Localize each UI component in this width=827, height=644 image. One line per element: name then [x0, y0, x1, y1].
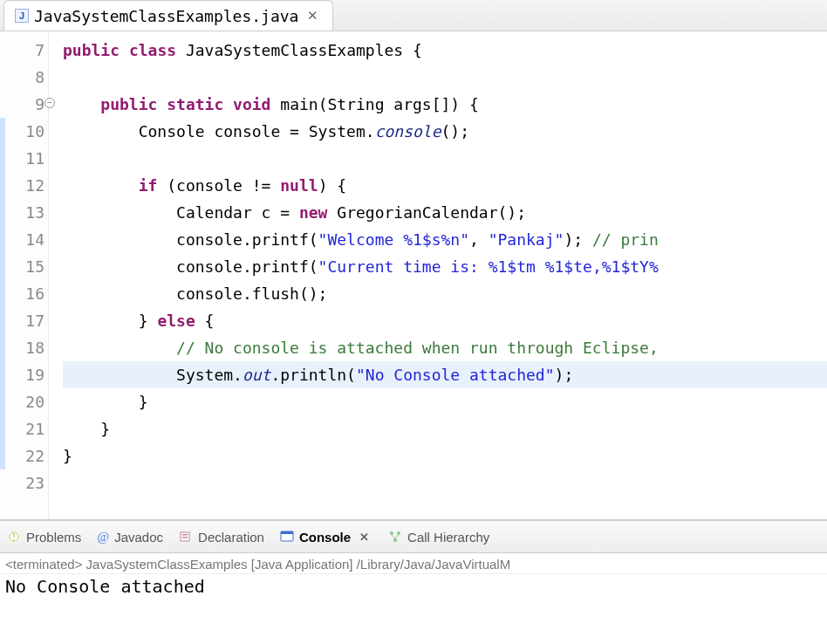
code-line[interactable]: System.out.println("No Console attached"… [63, 361, 827, 388]
line-number: 13 [0, 199, 44, 226]
svg-point-9 [393, 538, 397, 542]
tab-console[interactable]: Console ✕ [280, 530, 372, 545]
tab-call-hierarchy[interactable]: Call Hierarchy [388, 530, 489, 545]
code-line[interactable]: } [63, 415, 827, 442]
close-icon[interactable]: ✕ [356, 531, 372, 544]
tab-label: Call Hierarchy [407, 530, 489, 545]
code-line[interactable]: if (console != null) { [63, 172, 827, 199]
declaration-icon [179, 530, 193, 544]
javadoc-icon: @ [97, 530, 109, 545]
code-line[interactable]: } [63, 442, 827, 469]
java-file-icon: J [15, 9, 29, 23]
code-line[interactable]: Console console = System.console(); [63, 118, 827, 145]
line-number: 9− [0, 91, 44, 118]
line-number-gutter: 789−1011121314151617181920212223 [0, 31, 49, 519]
code-line[interactable]: console.printf("Current time is: %1$tm %… [63, 253, 827, 280]
svg-text:!: ! [13, 532, 16, 542]
line-number: 8 [0, 64, 44, 91]
line-number: 20 [0, 388, 44, 415]
line-number: 19 [0, 361, 44, 388]
line-number: 18 [0, 334, 44, 361]
code-line[interactable]: Calendar c = new GregorianCalendar(); [63, 199, 827, 226]
console-icon [280, 530, 294, 544]
code-line[interactable]: console.flush(); [63, 280, 827, 307]
bottom-views-tabbar: ! Problems @ Javadoc Declaration Console… [0, 520, 827, 553]
editor-tab-bar: J JavaSystemClassExamples.java ✕ [0, 0, 827, 31]
close-icon[interactable]: ✕ [304, 8, 322, 24]
editor-tab-filename: JavaSystemClassExamples.java [34, 7, 298, 25]
svg-point-7 [390, 531, 393, 535]
line-number: 7 [0, 37, 44, 64]
line-number: 22 [0, 442, 44, 469]
code-line[interactable]: console.printf("Welcome %1$s%n", "Pankaj… [63, 226, 827, 253]
code-line[interactable] [63, 469, 827, 497]
code-line[interactable] [63, 64, 827, 91]
line-number: 14 [0, 226, 44, 253]
code-line[interactable]: } [63, 388, 827, 415]
tab-label: Javadoc [114, 530, 163, 545]
line-number: 10 [0, 118, 44, 145]
code-line[interactable]: } else { [63, 307, 827, 334]
problems-icon: ! [7, 530, 21, 544]
tab-problems[interactable]: ! Problems [7, 530, 81, 545]
line-number: 12 [0, 172, 44, 199]
code-editor[interactable]: 789−1011121314151617181920212223 public … [0, 31, 827, 520]
code-line[interactable] [63, 145, 827, 172]
console-status-line: <terminated> JavaSystemClassExamples [Ja… [0, 553, 827, 574]
line-number: 17 [0, 307, 44, 334]
tab-label: Problems [26, 530, 81, 545]
line-number: 16 [0, 280, 44, 307]
editor-tab[interactable]: J JavaSystemClassExamples.java ✕ [3, 0, 333, 31]
call-hierarchy-icon [388, 530, 402, 544]
code-line[interactable]: public static void main(String args[]) { [63, 91, 827, 118]
line-number: 23 [0, 469, 44, 497]
line-number: 11 [0, 145, 44, 172]
line-number: 15 [0, 253, 44, 280]
code-area[interactable]: public class JavaSystemClassExamples { p… [49, 31, 827, 519]
code-line[interactable]: // No console is attached when run throu… [63, 334, 827, 361]
line-number: 21 [0, 415, 44, 442]
svg-rect-4 [182, 537, 188, 538]
svg-rect-6 [281, 531, 293, 534]
tab-label: Console [299, 530, 351, 545]
code-line[interactable]: public class JavaSystemClassExamples { [63, 37, 827, 64]
tab-label: Declaration [198, 530, 264, 545]
tab-javadoc[interactable]: @ Javadoc [97, 530, 163, 545]
tab-declaration[interactable]: Declaration [179, 530, 264, 545]
console-output: No Console attached [0, 574, 827, 599]
svg-point-8 [397, 531, 400, 535]
svg-rect-3 [182, 534, 188, 536]
